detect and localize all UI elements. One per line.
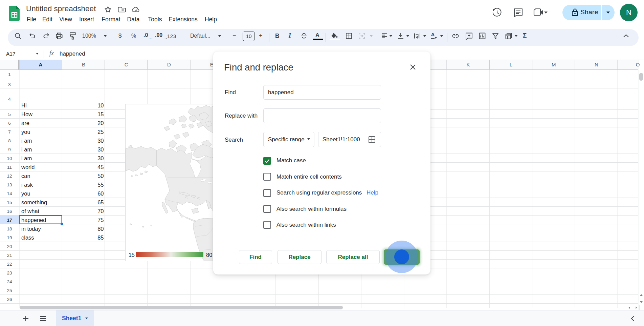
svg-text:14: 14 [7,191,12,196]
svg-text:How: How [21,111,32,117]
svg-text:24: 24 [7,279,12,284]
svg-text:23: 23 [7,270,12,276]
svg-text:18: 18 [7,226,12,231]
svg-text:C: C [125,62,128,67]
svg-text:K: K [467,62,470,67]
svg-text:N: N [595,62,598,67]
svg-text:75: 75 [97,217,104,223]
svg-text:you: you [21,190,30,197]
svg-text:30: 30 [97,146,104,152]
svg-text:1: 1 [8,72,11,77]
svg-text:in today: in today [21,226,41,232]
svg-text:19: 19 [7,235,12,240]
svg-text:55: 55 [97,182,104,188]
svg-text:3: 3 [8,82,11,87]
svg-text:4: 4 [8,97,11,102]
svg-text:80: 80 [206,252,212,258]
svg-text:80: 80 [97,226,104,232]
svg-text:A: A [39,62,43,67]
svg-text:15: 15 [7,200,12,205]
svg-text:16: 16 [7,209,12,214]
svg-text:85: 85 [97,235,104,241]
svg-text:M: M [552,62,556,67]
svg-text:65: 65 [97,199,104,205]
svg-text:10: 10 [97,102,104,108]
svg-text:i ask: i ask [21,182,33,188]
svg-text:13: 13 [7,182,12,187]
svg-text:30: 30 [97,155,104,161]
svg-text:6: 6 [8,121,11,126]
svg-text:Hi: Hi [21,102,27,108]
svg-text:7: 7 [8,129,11,135]
svg-text:B: B [82,62,85,67]
svg-text:D: D [167,62,171,67]
svg-text:i am: i am [21,138,32,144]
svg-text:can: can [21,173,30,179]
svg-text:8: 8 [8,138,11,143]
svg-text:of what: of what [21,208,40,214]
svg-text:5: 5 [8,112,11,117]
svg-text:15: 15 [97,111,104,117]
svg-text:world: world [21,164,35,170]
svg-text:10: 10 [7,156,12,161]
svg-text:are: are [21,120,29,126]
svg-text:25: 25 [97,129,104,135]
svg-text:17: 17 [7,218,12,223]
svg-text:45: 45 [97,164,104,170]
svg-text:22: 22 [7,262,12,267]
svg-text:26: 26 [7,297,12,302]
svg-text:12: 12 [7,174,12,179]
svg-text:30: 30 [97,138,104,144]
svg-text:20: 20 [7,244,12,249]
svg-text:L: L [510,62,512,67]
svg-text:70: 70 [97,208,104,214]
svg-text:9: 9 [8,147,11,152]
svg-text:50: 50 [97,173,104,179]
svg-text:class: class [21,235,34,241]
svg-text:O: O [636,62,640,67]
svg-text:i am: i am [21,155,32,161]
svg-text:21: 21 [7,253,12,258]
svg-text:something: something [21,199,47,205]
svg-text:happened: happened [21,217,46,223]
svg-text:25: 25 [7,288,12,293]
svg-text:60: 60 [97,190,104,197]
svg-text:11: 11 [7,165,12,170]
svg-text:20: 20 [97,120,104,126]
svg-text:you: you [21,129,30,135]
svg-text:15: 15 [129,252,135,258]
svg-text:i am: i am [21,146,32,152]
svg-text:A: A [431,32,435,37]
